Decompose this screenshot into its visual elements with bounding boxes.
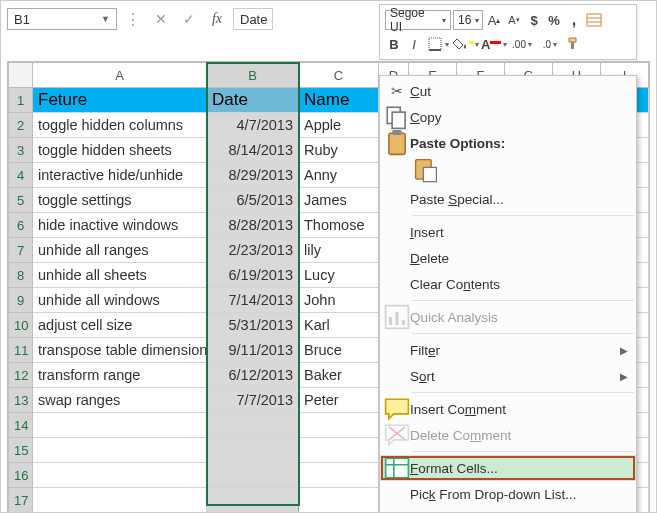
cell[interactable]: James xyxy=(299,188,379,213)
cell[interactable]: interactive hide/unhide xyxy=(33,163,207,188)
format-painter-icon[interactable] xyxy=(565,34,583,54)
row-header[interactable]: 6 xyxy=(9,213,33,238)
cell[interactable]: lily xyxy=(299,238,379,263)
cell[interactable]: John xyxy=(299,288,379,313)
cell[interactable]: Thomose xyxy=(299,213,379,238)
cell[interactable]: Feture xyxy=(33,88,207,113)
cell[interactable]: 7/7/2013 xyxy=(207,388,299,413)
percent-icon[interactable]: % xyxy=(545,10,563,30)
col-header-c[interactable]: C xyxy=(299,63,379,88)
cell[interactable] xyxy=(33,488,207,513)
ctx-delete[interactable]: Delete xyxy=(380,245,636,271)
cell[interactable]: Ruby xyxy=(299,138,379,163)
cell[interactable]: 2/23/2013 xyxy=(207,238,299,263)
row-header[interactable]: 15 xyxy=(9,438,33,463)
cell[interactable]: 8/28/2013 xyxy=(207,213,299,238)
cell[interactable]: 6/12/2013 xyxy=(207,363,299,388)
name-box[interactable]: B1 ▼ xyxy=(7,8,117,30)
decimal-decrease-icon[interactable]: .00 xyxy=(509,34,535,54)
cell[interactable]: 8/14/2013 xyxy=(207,138,299,163)
row-header[interactable]: 11 xyxy=(9,338,33,363)
fx-icon[interactable]: fx xyxy=(205,8,229,30)
cell[interactable]: 6/19/2013 xyxy=(207,263,299,288)
row-header[interactable]: 1 xyxy=(9,88,33,113)
row-header[interactable]: 4 xyxy=(9,163,33,188)
fill-color-icon[interactable] xyxy=(453,34,479,54)
ctx-filter[interactable]: Filter ▶ xyxy=(380,337,636,363)
comma-icon[interactable]: , xyxy=(565,10,583,30)
cell[interactable] xyxy=(33,438,207,463)
col-header-b[interactable]: B xyxy=(207,63,299,88)
font-family-combo[interactable]: Segoe UI ▾ xyxy=(385,10,451,30)
cell[interactable] xyxy=(207,438,299,463)
bold-icon[interactable]: B xyxy=(385,34,403,54)
row-header[interactable]: 8 xyxy=(9,263,33,288)
cell[interactable]: 6/5/2013 xyxy=(207,188,299,213)
col-header-a[interactable]: A xyxy=(33,63,207,88)
row-header[interactable]: 13 xyxy=(9,388,33,413)
row-header[interactable]: 2 xyxy=(9,113,33,138)
cell[interactable]: Apple xyxy=(299,113,379,138)
row-header[interactable]: 16 xyxy=(9,463,33,488)
decimal-increase-icon[interactable]: .0 xyxy=(537,34,563,54)
cell[interactable] xyxy=(299,438,379,463)
cell[interactable] xyxy=(299,413,379,438)
cell[interactable]: 4/7/2013 xyxy=(207,113,299,138)
row-header[interactable]: 10 xyxy=(9,313,33,338)
cell[interactable] xyxy=(207,413,299,438)
ctx-paste-special[interactable]: Paste Special... xyxy=(380,186,636,212)
ctx-sort[interactable]: Sort ▶ xyxy=(380,363,636,389)
cell[interactable]: Name xyxy=(299,88,379,113)
cell[interactable] xyxy=(33,413,207,438)
cell[interactable] xyxy=(299,488,379,513)
currency-icon[interactable]: $ xyxy=(525,10,543,30)
border-icon[interactable] xyxy=(425,34,451,54)
cell[interactable]: toggle hidden sheets xyxy=(33,138,207,163)
cell[interactable] xyxy=(299,463,379,488)
ctx-format-cells[interactable]: Format Cells... xyxy=(380,455,636,481)
ctx-cut[interactable]: ✂ Cut xyxy=(380,78,636,104)
ctx-insert[interactable]: Insert xyxy=(380,219,636,245)
cell[interactable]: swap ranges xyxy=(33,388,207,413)
row-header[interactable]: 7 xyxy=(9,238,33,263)
ctx-clear-contents[interactable]: Clear Contents xyxy=(380,271,636,297)
cell[interactable]: unhide all sheets xyxy=(33,263,207,288)
cell[interactable]: unhide all windows xyxy=(33,288,207,313)
select-all-corner[interactable] xyxy=(9,63,33,88)
cancel-icon[interactable]: ✕ xyxy=(149,8,173,30)
cell[interactable]: Lucy xyxy=(299,263,379,288)
ctx-insert-comment[interactable]: Insert Comment xyxy=(380,396,636,422)
cell[interactable]: transform range xyxy=(33,363,207,388)
font-size-combo[interactable]: 16 ▾ xyxy=(453,10,483,30)
enter-icon[interactable]: ✓ xyxy=(177,8,201,30)
ctx-copy[interactable]: Copy xyxy=(380,104,636,130)
cell[interactable]: Karl xyxy=(299,313,379,338)
cell[interactable]: Anny xyxy=(299,163,379,188)
ctx-define-name[interactable]: Define Name... xyxy=(380,507,636,513)
cell[interactable]: Bruce xyxy=(299,338,379,363)
italic-icon[interactable]: I xyxy=(405,34,423,54)
font-color-icon[interactable]: A xyxy=(481,34,507,54)
paste-default-icon[interactable] xyxy=(412,157,440,183)
cell[interactable]: 5/31/2013 xyxy=(207,313,299,338)
cell[interactable]: adjust cell size xyxy=(33,313,207,338)
cell[interactable]: 9/11/2013 xyxy=(207,338,299,363)
row-header[interactable]: 12 xyxy=(9,363,33,388)
cell[interactable]: Peter xyxy=(299,388,379,413)
decrease-font-icon[interactable]: A▾ xyxy=(505,10,523,30)
cell[interactable]: unhide all ranges xyxy=(33,238,207,263)
cell[interactable] xyxy=(207,463,299,488)
cell[interactable]: toggle settings xyxy=(33,188,207,213)
cell[interactable]: transpose table dimensions xyxy=(33,338,207,363)
cell[interactable]: 8/29/2013 xyxy=(207,163,299,188)
cell[interactable]: hide inactive windows xyxy=(33,213,207,238)
cell[interactable]: Baker xyxy=(299,363,379,388)
row-header[interactable]: 5 xyxy=(9,188,33,213)
increase-font-icon[interactable]: A▴ xyxy=(485,10,503,30)
row-header[interactable]: 3 xyxy=(9,138,33,163)
ctx-pick-list[interactable]: Pick From Drop-down List... xyxy=(380,481,636,507)
row-header[interactable]: 9 xyxy=(9,288,33,313)
cell[interactable]: Date xyxy=(207,88,299,113)
row-header[interactable]: 17 xyxy=(9,488,33,513)
cell[interactable] xyxy=(207,488,299,513)
